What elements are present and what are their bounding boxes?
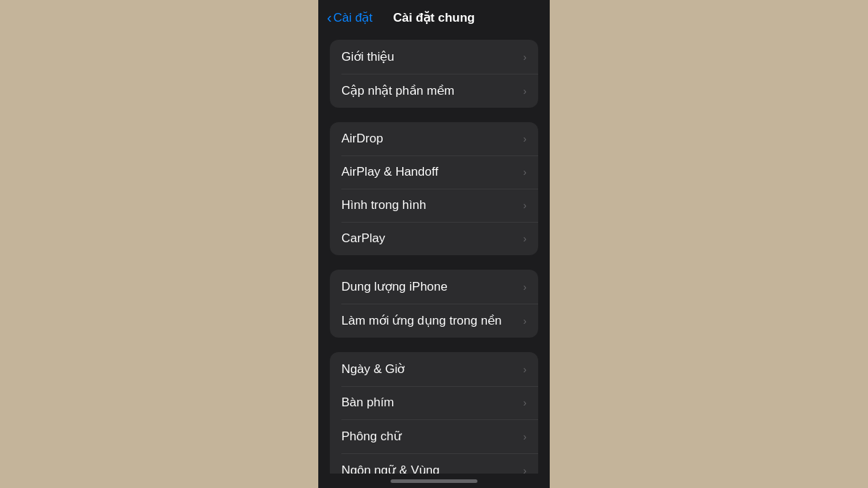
menu-label-phong-chu: Phông chữ (341, 429, 401, 444)
chevron-icon: › (523, 133, 527, 145)
menu-item-airplay-handoff[interactable]: AirPlay & Handoff › (330, 155, 538, 189)
chevron-icon: › (523, 166, 527, 178)
menu-item-ban-phim[interactable]: Bàn phím › (330, 386, 538, 419)
menu-item-cap-nhat-phan-mem[interactable]: Cập nhật phần mềm › (330, 74, 538, 108)
menu-label-airplay-handoff: AirPlay & Handoff (341, 165, 438, 179)
menu-label-ban-phim: Bàn phím (341, 395, 394, 410)
home-indicator (318, 474, 550, 488)
menu-label-carplay: CarPlay (341, 231, 385, 246)
menu-label-gioi-thieu: Giới thiệu (341, 49, 394, 64)
section-connectivity: AirDrop › AirPlay & Handoff › Hình trong… (330, 122, 538, 255)
chevron-icon: › (523, 397, 527, 408)
back-chevron-icon: ‹ (327, 9, 332, 26)
section-storage: Dung lượng iPhone › Làm mới ứng dụng tro… (330, 270, 538, 338)
menu-item-lam-moi-ung-dung[interactable]: Làm mới ứng dụng trong nền › (330, 304, 538, 338)
chevron-icon: › (523, 51, 527, 63)
chevron-icon: › (523, 315, 527, 327)
section-language: Ngày & Giờ › Bàn phím › Phông chữ › Ngôn… (330, 352, 538, 474)
chevron-icon: › (523, 233, 527, 244)
menu-label-hinh-trong-hinh: Hình trong hình (341, 198, 426, 213)
back-label: Cài đặt (333, 10, 373, 25)
section-general-info: Giới thiệu › Cập nhật phần mềm › (330, 40, 538, 108)
scroll-content: Giới thiệu › Cập nhật phần mềm › AirDrop… (318, 33, 550, 474)
phone-screen: ‹ Cài đặt Cài đặt chung Giới thiệu › Cập… (318, 0, 550, 488)
menu-item-carplay[interactable]: CarPlay › (330, 222, 538, 255)
chevron-icon: › (523, 364, 527, 375)
back-button[interactable]: ‹ Cài đặt (327, 9, 373, 26)
menu-item-hinh-trong-hinh[interactable]: Hình trong hình › (330, 189, 538, 222)
menu-item-phong-chu[interactable]: Phông chữ › (330, 419, 538, 453)
menu-label-cap-nhat-phan-mem: Cập nhật phần mềm (341, 83, 454, 98)
page-title: Cài đặt chung (393, 10, 475, 25)
home-bar (391, 479, 477, 483)
menu-label-airdrop: AirDrop (341, 132, 383, 146)
menu-label-dung-luong-iphone: Dung lượng iPhone (341, 279, 448, 294)
navigation-bar: ‹ Cài đặt Cài đặt chung (318, 0, 550, 33)
menu-item-airdrop[interactable]: AirDrop › (330, 122, 538, 155)
chevron-icon: › (523, 200, 527, 211)
menu-label-ngay-gio: Ngày & Giờ (341, 361, 404, 377)
chevron-icon: › (523, 281, 527, 293)
menu-item-ngay-gio[interactable]: Ngày & Giờ › (330, 352, 538, 386)
chevron-icon: › (523, 85, 527, 97)
menu-item-gioi-thieu[interactable]: Giới thiệu › (330, 40, 538, 74)
menu-label-lam-moi-ung-dung: Làm mới ứng dụng trong nền (341, 313, 502, 328)
menu-label-ngon-ngu-vung: Ngôn ngữ & Vùng (341, 463, 440, 474)
menu-item-ngon-ngu-vung[interactable]: Ngôn ngữ & Vùng › (330, 453, 538, 474)
chevron-icon: › (523, 431, 527, 442)
chevron-icon: › (523, 465, 527, 474)
menu-item-dung-luong-iphone[interactable]: Dung lượng iPhone › (330, 270, 538, 304)
